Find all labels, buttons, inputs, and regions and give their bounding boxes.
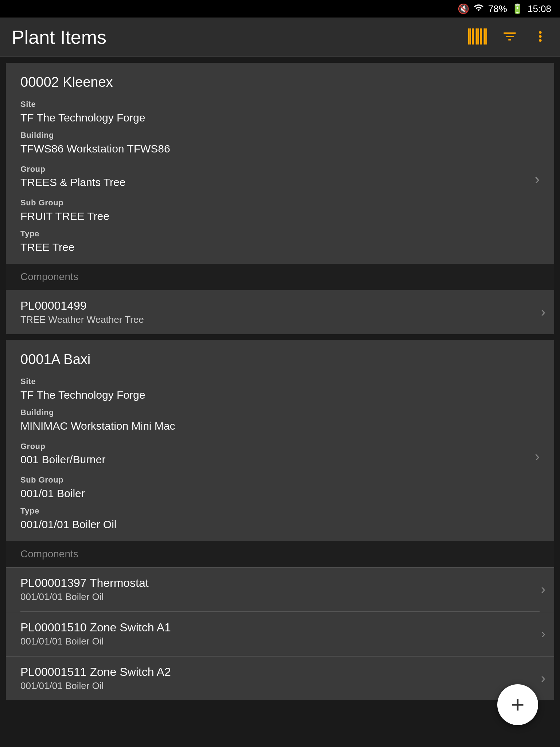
building-label-1: Building	[20, 130, 540, 141]
type-value-1: TREE Tree	[20, 240, 540, 255]
barcode-scan-button[interactable]	[468, 28, 487, 46]
plant-info-1: 00002 Kleenex Site TF The Technology For…	[6, 63, 554, 255]
component-item-2-1[interactable]: PL00001510 Zone Switch A1 001/01/01 Boil…	[6, 612, 554, 656]
subgroup-label-2: Sub Group	[20, 475, 540, 486]
component-id-1-0: PL00001499	[20, 299, 532, 313]
building-value-2: MINIMAC Workstation Mini Mac	[20, 418, 540, 434]
group-label-2: Group	[20, 441, 518, 452]
filter-button[interactable]	[502, 28, 518, 46]
add-fab-button[interactable]: +	[497, 684, 538, 725]
building-value-1: TFWS86 Workstation TFWS86	[20, 141, 540, 156]
status-bar: 🔇 78% 🔋 15:08	[0, 0, 560, 18]
more-options-button[interactable]	[532, 28, 548, 46]
components-label-2: Components	[20, 548, 78, 560]
group-value-1: TREES & Plants Tree	[20, 175, 518, 190]
site-row-1: Site TF The Technology Forge	[20, 99, 540, 125]
building-row-2: Building MINIMAC Workstation Mini Mac	[20, 407, 540, 434]
components-header-2: Components	[6, 541, 554, 567]
filter-icon	[502, 28, 518, 44]
type-label-1: Type	[20, 228, 540, 240]
plant-card-2: 0001A Baxi Site TF The Technology Forge …	[6, 340, 554, 700]
component-item-1-0[interactable]: PL00001499 TREE Weather Weather Tree ›	[6, 290, 554, 334]
site-value-2: TF The Technology Forge	[20, 387, 540, 403]
app-header: Plant Items	[0, 18, 560, 57]
svg-rect-3	[475, 28, 475, 44]
svg-rect-5	[478, 28, 479, 44]
component-type-2-2: 001/01/01 Boiler Oil	[20, 680, 532, 692]
svg-rect-2	[472, 28, 474, 44]
svg-rect-4	[476, 28, 478, 44]
component-type-2-1: 001/01/01 Boiler Oil	[20, 636, 532, 647]
svg-rect-7	[483, 28, 483, 44]
group-label-1: Group	[20, 164, 518, 175]
components-header-1: Components	[6, 264, 554, 290]
type-value-2: 001/01/01 Boiler Oil	[20, 517, 540, 532]
more-icon	[532, 28, 548, 44]
battery-icon: 🔋	[512, 3, 523, 15]
site-value-1: TF The Technology Forge	[20, 110, 540, 125]
plant-info-2: 0001A Baxi Site TF The Technology Forge …	[6, 340, 554, 532]
site-label-1: Site	[20, 99, 540, 110]
site-row-2: Site TF The Technology Forge	[20, 376, 540, 403]
type-row-2: Type 001/01/01 Boiler Oil	[20, 506, 540, 532]
component-id-2-2: PL00001511 Zone Switch A2	[20, 665, 532, 679]
content-area: 00002 Kleenex Site TF The Technology For…	[0, 57, 560, 706]
svg-rect-0	[468, 28, 470, 44]
component-item-2-2[interactable]: PL00001511 Zone Switch A2 001/01/01 Boil…	[6, 656, 554, 700]
component-id-2-0: PL00001397 Thermostat	[20, 576, 532, 590]
svg-rect-6	[480, 28, 482, 44]
fab-plus-icon: +	[511, 693, 524, 716]
group-arrow-2: ›	[535, 448, 540, 464]
plant-id-1: 00002 Kleenex	[20, 74, 540, 90]
group-row-2[interactable]: Group 001 Boiler/Burner ›	[20, 438, 540, 475]
building-row-1: Building TFWS86 Workstation TFWS86	[20, 130, 540, 156]
subgroup-value-2: 001/01 Boiler	[20, 486, 540, 501]
component-arrow-2-2: ›	[541, 671, 545, 686]
group-value-2: 001 Boiler/Burner	[20, 452, 518, 467]
subgroup-row-2: Sub Group 001/01 Boiler	[20, 475, 540, 501]
svg-rect-8	[484, 28, 486, 44]
component-item-2-0[interactable]: PL00001397 Thermostat 001/01/01 Boiler O…	[6, 567, 554, 611]
svg-rect-1	[470, 28, 471, 44]
mute-icon: 🔇	[458, 3, 469, 15]
time-display: 15:08	[528, 3, 551, 15]
group-arrow-1: ›	[535, 171, 540, 187]
component-type-2-0: 001/01/01 Boiler Oil	[20, 591, 532, 603]
component-arrow-2-1: ›	[541, 626, 545, 642]
components-label-1: Components	[20, 271, 78, 282]
component-type-1-0: TREE Weather Weather Tree	[20, 314, 532, 325]
barcode-icon	[468, 28, 487, 44]
header-actions	[468, 28, 548, 46]
plant-id-2: 0001A Baxi	[20, 352, 540, 367]
plant-card-1: 00002 Kleenex Site TF The Technology For…	[6, 63, 554, 334]
wifi-icon	[474, 3, 484, 15]
status-icons: 🔇 78% 🔋 15:08	[458, 3, 551, 15]
svg-rect-9	[486, 28, 487, 44]
subgroup-label-1: Sub Group	[20, 197, 540, 209]
component-arrow-1-0: ›	[541, 305, 545, 320]
group-row-1[interactable]: Group TREES & Plants Tree ›	[20, 161, 540, 198]
building-label-2: Building	[20, 407, 540, 418]
subgroup-value-1: FRUIT TREE Tree	[20, 209, 540, 224]
site-label-2: Site	[20, 376, 540, 387]
page-title: Plant Items	[12, 26, 106, 48]
component-id-2-1: PL00001510 Zone Switch A1	[20, 621, 532, 634]
type-label-2: Type	[20, 506, 540, 517]
component-arrow-2-0: ›	[541, 582, 545, 597]
subgroup-row-1: Sub Group FRUIT TREE Tree	[20, 197, 540, 224]
type-row-1: Type TREE Tree	[20, 228, 540, 255]
battery-percent: 78%	[488, 3, 507, 15]
